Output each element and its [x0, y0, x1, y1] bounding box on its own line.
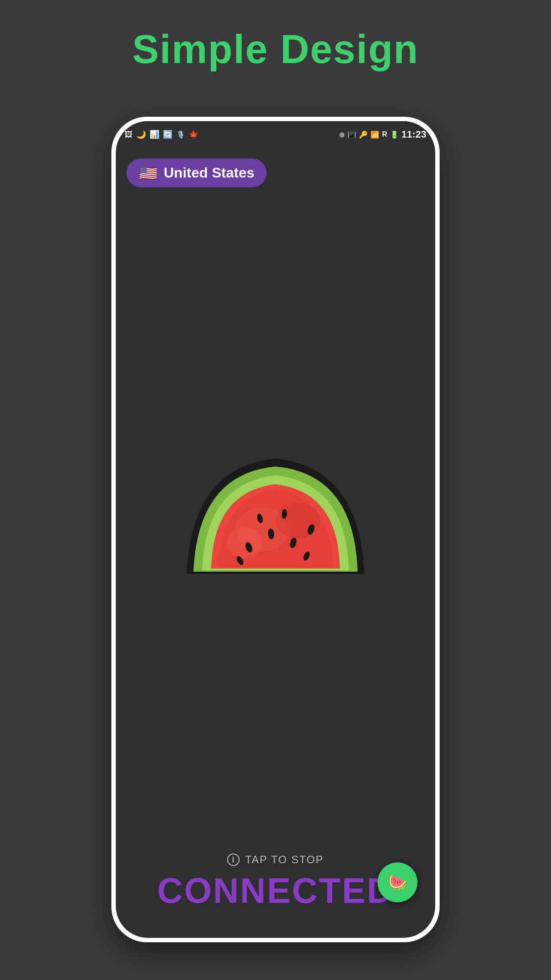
flag-icon: 🇺🇸 — [139, 166, 157, 181]
location-label: United States — [164, 165, 254, 181]
battery-icon: 🔋 — [390, 130, 399, 139]
tap-to-stop-row[interactable]: i TAP TO STOP — [227, 854, 323, 866]
watermelon-fab-icon: 🍉 — [388, 873, 408, 892]
status-time: 11:23 — [401, 129, 426, 140]
watermelon-area — [116, 187, 435, 854]
tap-to-stop-label: TAP TO STOP — [245, 854, 323, 866]
status-bar: 🖼 🌙 📊 🔄 🎙️ 🍁 ⊕ 📳 🔑 📶 R 🔋 11:23 — [116, 121, 435, 148]
vibrate-icon: 📳 — [347, 130, 356, 139]
fab-button[interactable]: 🍉 — [378, 862, 417, 902]
key-icon: 🔑 — [359, 130, 368, 139]
mic-off-icon: 🎙️ — [176, 130, 185, 139]
chart-icon: 📊 — [150, 130, 159, 139]
svg-point-1 — [276, 503, 320, 538]
sync-icon: 🔄 — [163, 130, 173, 139]
watermelon-icon — [173, 441, 378, 601]
gallery-icon: 🖼 — [125, 130, 133, 139]
wifi-icon: 📶 — [370, 130, 379, 139]
roaming-indicator: R — [382, 130, 387, 138]
phone-mockup: 🖼 🌙 📊 🔄 🎙️ 🍁 ⊕ 📳 🔑 📶 R 🔋 11:23 🇺🇸 United… — [111, 117, 440, 942]
status-left-icons: 🖼 🌙 📊 🔄 🎙️ 🍁 — [125, 130, 198, 139]
location-button[interactable]: 🇺🇸 United States — [126, 158, 267, 187]
leaf-icon: 🍁 — [189, 130, 198, 139]
phone-screen: 🖼 🌙 📊 🔄 🎙️ 🍁 ⊕ 📳 🔑 📶 R 🔋 11:23 🇺🇸 United… — [116, 121, 435, 938]
info-icon: i — [227, 854, 240, 866]
alarm-icon: ⊕ — [339, 130, 345, 139]
svg-point-2 — [227, 527, 262, 558]
connected-label: CONNECTED — [157, 870, 394, 911]
status-right-area: ⊕ 📳 🔑 📶 R 🔋 11:23 — [339, 129, 426, 140]
moon-icon: 🌙 — [136, 130, 146, 139]
page-title: Simple Design — [132, 27, 419, 72]
